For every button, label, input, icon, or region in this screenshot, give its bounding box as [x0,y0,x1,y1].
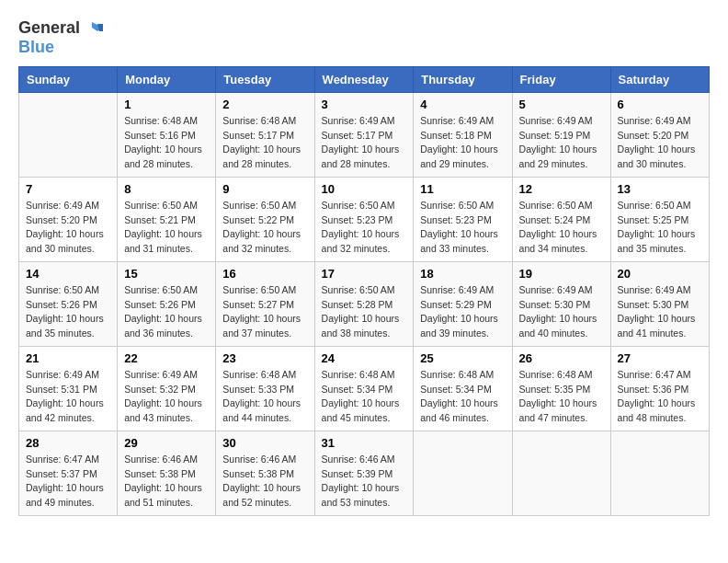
day-cell: 5Sunrise: 6:49 AM Sunset: 5:19 PM Daylig… [512,92,610,177]
day-cell [19,92,118,177]
day-info: Sunrise: 6:50 AM Sunset: 5:27 PM Dayligh… [222,283,307,341]
column-header-wednesday: Wednesday [314,66,414,92]
logo: General Blue [18,18,103,57]
day-number: 7 [26,182,110,196]
header-row: SundayMondayTuesdayWednesdayThursdayFrid… [19,66,710,92]
calendar-table: SundayMondayTuesdayWednesdayThursdayFrid… [18,66,710,516]
day-cell [414,431,512,515]
day-info: Sunrise: 6:46 AM Sunset: 5:39 PM Dayligh… [322,453,407,511]
day-number: 28 [26,436,110,450]
day-cell: 2Sunrise: 6:48 AM Sunset: 5:17 PM Daylig… [216,92,314,177]
day-number: 9 [222,182,307,196]
day-cell: 15Sunrise: 6:50 AM Sunset: 5:26 PM Dayli… [118,261,216,346]
day-number: 23 [222,351,307,365]
week-row-2: 7Sunrise: 6:49 AM Sunset: 5:20 PM Daylig… [19,177,710,261]
day-number: 16 [222,267,307,281]
day-info: Sunrise: 6:48 AM Sunset: 5:33 PM Dayligh… [222,368,307,426]
day-number: 15 [124,267,209,281]
day-cell: 30Sunrise: 6:46 AM Sunset: 5:38 PM Dayli… [216,431,314,515]
column-header-monday: Monday [118,66,216,92]
day-info: Sunrise: 6:50 AM Sunset: 5:24 PM Dayligh… [519,199,604,257]
day-info: Sunrise: 6:47 AM Sunset: 5:37 PM Dayligh… [26,453,110,511]
day-info: Sunrise: 6:48 AM Sunset: 5:17 PM Dayligh… [222,114,307,172]
day-number: 8 [124,182,209,196]
day-info: Sunrise: 6:50 AM Sunset: 5:21 PM Dayligh… [124,199,209,257]
day-info: Sunrise: 6:48 AM Sunset: 5:16 PM Dayligh… [124,114,209,172]
day-cell: 29Sunrise: 6:46 AM Sunset: 5:38 PM Dayli… [118,431,216,515]
day-number: 11 [420,182,505,196]
day-number: 18 [420,267,505,281]
day-cell [512,431,610,515]
day-cell: 28Sunrise: 6:47 AM Sunset: 5:37 PM Dayli… [19,431,118,515]
week-row-4: 21Sunrise: 6:49 AM Sunset: 5:31 PM Dayli… [19,346,710,431]
day-cell: 9Sunrise: 6:50 AM Sunset: 5:22 PM Daylig… [216,177,314,261]
day-info: Sunrise: 6:49 AM Sunset: 5:17 PM Dayligh… [322,114,407,172]
day-cell: 6Sunrise: 6:49 AM Sunset: 5:20 PM Daylig… [610,92,709,177]
column-header-friday: Friday [512,66,610,92]
day-info: Sunrise: 6:50 AM Sunset: 5:25 PM Dayligh… [618,199,702,257]
day-number: 14 [26,267,110,281]
day-number: 20 [618,267,702,281]
week-row-5: 28Sunrise: 6:47 AM Sunset: 5:37 PM Dayli… [19,431,710,515]
day-info: Sunrise: 6:49 AM Sunset: 5:30 PM Dayligh… [519,283,604,341]
day-cell: 23Sunrise: 6:48 AM Sunset: 5:33 PM Dayli… [216,346,314,431]
day-info: Sunrise: 6:50 AM Sunset: 5:23 PM Dayligh… [322,199,407,257]
day-info: Sunrise: 6:49 AM Sunset: 5:29 PM Dayligh… [420,283,505,341]
day-cell: 14Sunrise: 6:50 AM Sunset: 5:26 PM Dayli… [19,261,118,346]
day-number: 1 [124,98,209,111]
column-header-saturday: Saturday [610,66,709,92]
day-number: 5 [519,98,604,111]
day-number: 19 [519,267,604,281]
day-number: 17 [322,267,407,281]
day-number: 2 [222,98,307,111]
day-number: 21 [26,351,110,365]
day-cell: 19Sunrise: 6:49 AM Sunset: 5:30 PM Dayli… [512,261,610,346]
day-number: 26 [519,351,604,365]
day-cell: 21Sunrise: 6:49 AM Sunset: 5:31 PM Dayli… [19,346,118,431]
day-info: Sunrise: 6:49 AM Sunset: 5:31 PM Dayligh… [26,368,110,426]
day-cell: 16Sunrise: 6:50 AM Sunset: 5:27 PM Dayli… [216,261,314,346]
day-number: 31 [322,436,407,450]
column-header-sunday: Sunday [19,66,118,92]
day-number: 6 [618,98,702,111]
day-cell: 31Sunrise: 6:46 AM Sunset: 5:39 PM Dayli… [314,431,414,515]
page-header: General Blue [18,18,710,57]
day-number: 24 [322,351,407,365]
day-cell: 27Sunrise: 6:47 AM Sunset: 5:36 PM Dayli… [610,346,709,431]
day-info: Sunrise: 6:48 AM Sunset: 5:35 PM Dayligh… [519,368,604,426]
day-info: Sunrise: 6:50 AM Sunset: 5:26 PM Dayligh… [124,283,209,341]
day-cell: 1Sunrise: 6:48 AM Sunset: 5:16 PM Daylig… [118,92,216,177]
column-header-tuesday: Tuesday [216,66,314,92]
day-info: Sunrise: 6:46 AM Sunset: 5:38 PM Dayligh… [124,453,209,511]
day-cell: 17Sunrise: 6:50 AM Sunset: 5:28 PM Dayli… [314,261,414,346]
day-number: 27 [618,351,702,365]
day-cell: 25Sunrise: 6:48 AM Sunset: 5:34 PM Dayli… [414,346,512,431]
logo-blue: Blue [18,39,54,57]
day-cell: 4Sunrise: 6:49 AM Sunset: 5:18 PM Daylig… [414,92,512,177]
day-info: Sunrise: 6:49 AM Sunset: 5:20 PM Dayligh… [26,199,110,257]
logo-general: General [18,19,80,38]
day-info: Sunrise: 6:50 AM Sunset: 5:26 PM Dayligh… [26,283,110,341]
day-info: Sunrise: 6:49 AM Sunset: 5:19 PM Dayligh… [519,114,604,172]
day-info: Sunrise: 6:50 AM Sunset: 5:23 PM Dayligh… [420,199,505,257]
day-number: 3 [322,98,407,111]
day-info: Sunrise: 6:50 AM Sunset: 5:22 PM Dayligh… [222,199,307,257]
day-cell: 8Sunrise: 6:50 AM Sunset: 5:21 PM Daylig… [118,177,216,261]
day-cell [610,431,709,515]
logo-bird-icon [83,18,103,39]
day-cell: 11Sunrise: 6:50 AM Sunset: 5:23 PM Dayli… [414,177,512,261]
day-cell: 7Sunrise: 6:49 AM Sunset: 5:20 PM Daylig… [19,177,118,261]
day-number: 12 [519,182,604,196]
day-number: 22 [124,351,209,365]
day-number: 30 [222,436,307,450]
day-info: Sunrise: 6:50 AM Sunset: 5:28 PM Dayligh… [322,283,407,341]
day-info: Sunrise: 6:49 AM Sunset: 5:18 PM Dayligh… [420,114,505,172]
week-row-3: 14Sunrise: 6:50 AM Sunset: 5:26 PM Dayli… [19,261,710,346]
day-info: Sunrise: 6:49 AM Sunset: 5:32 PM Dayligh… [124,368,209,426]
day-cell: 18Sunrise: 6:49 AM Sunset: 5:29 PM Dayli… [414,261,512,346]
day-number: 4 [420,98,505,111]
day-number: 25 [420,351,505,365]
week-row-1: 1Sunrise: 6:48 AM Sunset: 5:16 PM Daylig… [19,92,710,177]
day-info: Sunrise: 6:49 AM Sunset: 5:20 PM Dayligh… [618,114,702,172]
day-cell: 10Sunrise: 6:50 AM Sunset: 5:23 PM Dayli… [314,177,414,261]
